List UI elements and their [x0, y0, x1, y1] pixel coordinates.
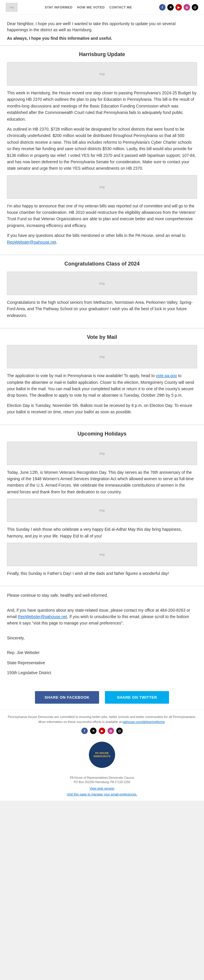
holidays-para-1: Today, June 12th, is Women Veterans Reco…	[7, 469, 197, 495]
harrisburg-title: Harrisburg Update	[7, 51, 197, 57]
share-buttons: SHARE ON FACEBOOK SHARE ON TWITTER	[0, 685, 204, 710]
top-youtube-icon[interactable]: ▶	[176, 4, 182, 11]
footer-facebook-icon[interactable]: f	[81, 728, 88, 734]
holidays-image-1: img	[7, 442, 197, 465]
vote-by-mail-title: Vote by Mail	[7, 334, 197, 340]
upcoming-holidays-title: Upcoming Holidays	[7, 431, 197, 437]
congratulations-image: img	[7, 272, 197, 295]
harrisburg-para-2: As outlined in HB 2370, $728 million wou…	[7, 126, 197, 172]
closing-section: Please continue to stay safe, healthy an…	[0, 586, 204, 685]
harrisburg-email-link[interactable]: RepWebster@pahouse.net	[7, 240, 56, 245]
intro-greeting: Dear Neighbor, I hope you are well! I wa…	[7, 21, 197, 33]
footer-disclaimer: Pennsylvania House Democrats are committ…	[7, 714, 197, 724]
nav-how-we-voted[interactable]: HOW WE VOTED	[77, 6, 105, 9]
harrisburg-para-4: If you have any questions about the bill…	[7, 232, 197, 245]
vote-pa-gov-link[interactable]: vote.pa.gov	[156, 373, 177, 378]
top-nav: img STAY INFORMED HOW WE VOTED CONTACT M…	[0, 0, 204, 15]
footer-manage: View web version	[7, 787, 197, 790]
congratulations-para-1: Congratulations to the high school senio…	[7, 299, 197, 319]
holidays-image-3: img	[7, 543, 197, 566]
footer-manage-prefs: Visit this page to manage your email pre…	[7, 792, 197, 796]
nav-links: STAY INFORMED HOW WE VOTED CONTACT ME	[44, 6, 132, 9]
top-facebook-icon[interactable]: f	[159, 4, 166, 11]
closing-email-link[interactable]: RepWebster@pahouse.net	[18, 614, 67, 619]
nav-stay-informed[interactable]: STAY INFORMED	[44, 6, 73, 9]
share-twitter-button[interactable]: SHARE ON TWITTER	[105, 691, 169, 704]
closing-signature-line1: Rep. Joe Webster	[7, 649, 197, 656]
closing-signature-line2: State Representative	[7, 660, 197, 666]
header-logo-placeholder: img	[6, 3, 17, 12]
holidays-image-2: img	[7, 499, 197, 522]
footer-logo-wrapper: PA HOUSEDEMOCRATS	[7, 738, 197, 772]
manage-prefs-link[interactable]: Visit this page to manage your email pre…	[67, 792, 137, 796]
top-twitter-icon[interactable]: ✕	[167, 4, 174, 11]
footer-social-icons: f ✕ ▶ ◎ @	[7, 728, 197, 734]
vote-by-mail-image: img	[7, 345, 197, 368]
vote-by-mail-para-1: The application to vote by mail in Penns…	[7, 372, 197, 399]
nav-contact-me[interactable]: CONTACT ME	[109, 6, 132, 9]
intro-subtext: As always, I hope you find this informat…	[7, 36, 197, 41]
top-threads-icon[interactable]: @	[192, 4, 198, 11]
harrisburg-update-section: Harrisburg Update img This week in Harri…	[0, 46, 204, 255]
upcoming-holidays-section: Upcoming Holidays img Today, June 12th, …	[0, 425, 204, 586]
footer-disclaimer-link[interactable]: pahouse.com/deliveringforma	[123, 720, 164, 724]
holidays-para-3: Finally, this Sunday is Father's Day! I …	[7, 570, 197, 577]
footer-twitter-icon[interactable]: ✕	[90, 728, 96, 734]
share-facebook-button[interactable]: SHARE ON FACEBOOK	[35, 691, 99, 704]
footer-address: PA House of Representatives Democratic C…	[7, 776, 197, 784]
footer-threads-icon[interactable]: @	[116, 728, 123, 734]
footer: Pennsylvania House Democrats are committ…	[0, 710, 204, 801]
intro-section: Dear Neighbor, I hope you are well! I wa…	[0, 15, 204, 45]
view-web-link[interactable]: View web version	[90, 787, 114, 790]
congratulations-section: Congratulations Class of 2024 img Congra…	[0, 255, 204, 328]
email-container: img STAY INFORMED HOW WE VOTED CONTACT M…	[0, 0, 204, 801]
footer-logo-text: PA HOUSEDEMOCRATS	[93, 752, 110, 758]
footer-youtube-icon[interactable]: ▶	[99, 728, 105, 734]
vote-by-mail-para-2: Election Day is Tuesday, November 5th. B…	[7, 402, 197, 415]
footer-instagram-icon[interactable]: ◎	[108, 728, 114, 734]
congratulations-title: Congratulations Class of 2024	[7, 261, 197, 267]
footer-logo: PA HOUSEDEMOCRATS	[89, 741, 115, 768]
vote-by-mail-section: Vote by Mail img The application to vote…	[0, 328, 204, 425]
top-instagram-icon[interactable]: ◎	[183, 4, 190, 11]
harrisburg-para-1: This week in Harrisburg, the House moved…	[7, 90, 197, 123]
harrisburg-image-1: img	[7, 62, 197, 86]
closing-signature-line3: 150th Legislative District	[7, 670, 197, 676]
closing-para-1: Please continue to stay safe, healthy an…	[7, 592, 197, 598]
harrisburg-image-2: img	[7, 175, 197, 199]
harrisburg-para-3: I'm also happy to announce that one of m…	[7, 203, 197, 229]
closing-para-2: And, if you have questions about any sta…	[7, 607, 197, 627]
closing-sincerely: Sincerely,	[7, 635, 197, 641]
top-social-icons: f ✕ ▶ ◎ @	[159, 4, 198, 11]
holidays-para-2: This Sunday I wish those who celebrate a…	[7, 526, 197, 539]
